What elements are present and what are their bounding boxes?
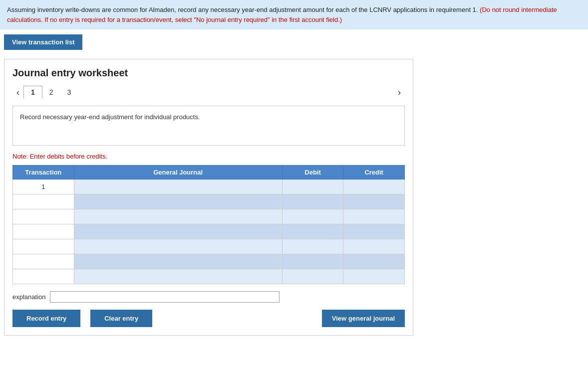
credit-cell[interactable] — [343, 180, 405, 194]
credit-input[interactable] — [343, 224, 404, 239]
debit-cell[interactable] — [282, 194, 343, 209]
tab-2[interactable]: 2 — [42, 86, 60, 98]
prev-arrow-icon[interactable]: ‹ — [12, 86, 23, 99]
table-row — [13, 194, 405, 209]
credit-cell[interactable] — [343, 254, 405, 269]
transaction-cell — [13, 239, 74, 254]
transaction-cell — [13, 224, 74, 239]
general-journal-input[interactable] — [74, 254, 282, 269]
debit-input[interactable] — [283, 180, 343, 194]
general-journal-input[interactable] — [74, 209, 282, 224]
credit-cell[interactable] — [343, 239, 405, 254]
explanation-row: explanation — [12, 291, 405, 303]
debit-cell[interactable] — [282, 254, 343, 269]
tabs-nav: ‹ 1 2 3 › — [12, 86, 405, 99]
credit-cell[interactable] — [343, 209, 405, 224]
table-row — [13, 269, 405, 284]
table-row — [13, 239, 405, 254]
debit-cell[interactable] — [282, 269, 343, 284]
general-journal-cell[interactable] — [74, 180, 282, 194]
credit-input[interactable] — [343, 180, 404, 194]
credit-cell[interactable] — [343, 224, 405, 239]
general-journal-input[interactable] — [74, 239, 282, 254]
journal-table: Transaction General Journal Debit Credit… — [12, 165, 405, 284]
general-journal-cell[interactable] — [74, 239, 282, 254]
transaction-cell — [13, 209, 74, 224]
header-credit: Credit — [343, 166, 405, 180]
table-row — [13, 254, 405, 269]
debit-input[interactable] — [283, 254, 343, 269]
general-journal-cell[interactable] — [74, 224, 282, 239]
worksheet-title: Journal entry worksheet — [12, 67, 405, 79]
debit-input[interactable] — [283, 269, 343, 284]
general-journal-input[interactable] — [74, 224, 282, 239]
general-journal-cell[interactable] — [74, 209, 282, 224]
debit-cell[interactable] — [282, 209, 343, 224]
debit-cell[interactable] — [282, 180, 343, 194]
debit-input[interactable] — [283, 194, 343, 209]
main-container: Journal entry worksheet ‹ 1 2 3 › Record… — [4, 59, 413, 336]
debit-input[interactable] — [283, 209, 343, 224]
debit-cell[interactable] — [282, 224, 343, 239]
table-row — [13, 209, 405, 224]
description-box: Record necessary year-end adjustment for… — [12, 106, 405, 146]
header-general-journal: General Journal — [74, 166, 282, 180]
record-entry-button[interactable]: Record entry — [12, 310, 80, 327]
buttons-row: Record entry Clear entry View general jo… — [12, 310, 405, 327]
note-text: Note: Enter debits before credits. — [12, 153, 405, 160]
general-journal-cell[interactable] — [74, 269, 282, 284]
info-banner: Assuming inventory write-downs are commo… — [0, 0, 588, 29]
debit-input[interactable] — [283, 239, 343, 254]
explanation-label: explanation — [12, 293, 46, 301]
header-debit: Debit — [282, 166, 343, 180]
credit-input[interactable] — [343, 254, 404, 269]
general-journal-cell[interactable] — [74, 194, 282, 209]
debit-cell[interactable] — [282, 239, 343, 254]
explanation-input[interactable] — [50, 291, 280, 303]
tab-1[interactable]: 1 — [23, 86, 42, 99]
credit-input[interactable] — [343, 194, 404, 209]
general-journal-input[interactable] — [74, 194, 282, 209]
credit-input[interactable] — [343, 269, 404, 284]
transaction-cell — [13, 194, 74, 209]
header-transaction: Transaction — [13, 166, 74, 180]
credit-input[interactable] — [343, 209, 404, 224]
debit-input[interactable] — [283, 224, 343, 239]
view-transaction-button[interactable]: View transaction list — [4, 34, 82, 50]
transaction-cell: 1 — [13, 180, 74, 194]
next-arrow-icon[interactable]: › — [394, 86, 405, 99]
credit-cell[interactable] — [343, 194, 405, 209]
tab-3[interactable]: 3 — [60, 86, 78, 98]
clear-entry-button[interactable]: Clear entry — [90, 310, 152, 327]
general-journal-cell[interactable] — [74, 254, 282, 269]
transaction-cell — [13, 254, 74, 269]
description-text: Record necessary year-end adjustment for… — [20, 113, 200, 121]
view-general-journal-button[interactable]: View general journal — [322, 310, 405, 327]
table-row — [13, 224, 405, 239]
transaction-cell — [13, 269, 74, 284]
table-row: 1 — [13, 180, 405, 194]
general-journal-input[interactable] — [74, 269, 282, 284]
banner-text1: Assuming inventory write-downs are commo… — [7, 6, 478, 13]
credit-input[interactable] — [343, 239, 404, 254]
credit-cell[interactable] — [343, 269, 405, 284]
general-journal-input[interactable] — [74, 180, 282, 194]
